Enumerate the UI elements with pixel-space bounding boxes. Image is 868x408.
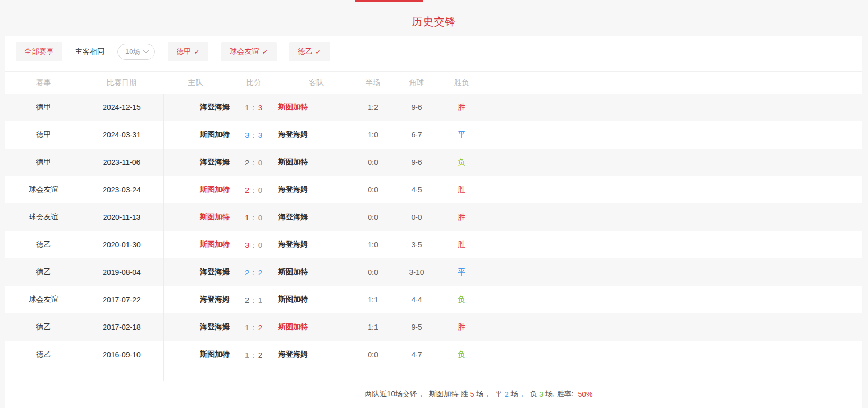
table-row: 德乙 2016-09-10 斯图加特 1 : 2 海登海姆 0:0 4-7 负 bbox=[5, 341, 862, 368]
header-away: 客队 bbox=[275, 78, 354, 88]
cell-result: 平 bbox=[442, 267, 481, 277]
league-toggle-club-friendly[interactable]: 球会友谊 ✓ bbox=[221, 42, 277, 61]
cell-result: 胜 bbox=[442, 322, 481, 332]
home-away-same-label: 主客相同 bbox=[75, 47, 105, 55]
cell-date: 2019-08-04 bbox=[82, 268, 161, 276]
cell-corners: 3-10 bbox=[391, 268, 442, 276]
summary-segment: 场， 平 bbox=[474, 390, 505, 399]
cell-score: 1 : 2 bbox=[233, 323, 275, 332]
cell-home-team: 海登海姆 bbox=[161, 157, 233, 167]
league-toggle-bundesliga[interactable]: 德甲 ✓ bbox=[168, 42, 208, 61]
match-count-value: 10场 bbox=[125, 47, 140, 57]
cell-score: 1 : 3 bbox=[233, 103, 275, 112]
filter-bar: 全部赛事 主客相同 10场 德甲 ✓ 球会友谊 ✓ 德乙 ✓ bbox=[16, 42, 330, 61]
page-title: 历史交锋 bbox=[0, 15, 868, 29]
match-count-select[interactable]: 10场 bbox=[117, 44, 155, 60]
cell-league: 德甲 bbox=[5, 157, 82, 167]
cell-score: 3 : 0 bbox=[233, 240, 275, 249]
cell-away-team: 海登海姆 bbox=[275, 212, 354, 222]
cell-date: 2017-02-18 bbox=[82, 323, 161, 331]
cell-date: 2023-03-24 bbox=[82, 186, 161, 194]
away-score: 2 bbox=[258, 350, 263, 359]
cell-halftime: 0:0 bbox=[354, 350, 391, 359]
home-score: 2 bbox=[245, 186, 250, 194]
cell-halftime: 1:0 bbox=[354, 240, 391, 249]
cell-away-team: 斯图加特 bbox=[275, 322, 354, 332]
table-row: 德甲 2024-12-15 海登海姆 1 : 3 斯图加特 1:2 9-6 胜 bbox=[5, 94, 862, 121]
home-score: 3 bbox=[245, 131, 250, 140]
cell-away-team: 斯图加特 bbox=[275, 295, 354, 304]
league-toggle-bundesliga2[interactable]: 德乙 ✓ bbox=[289, 42, 330, 61]
home-score: 2 bbox=[245, 158, 250, 167]
home-away-same-button[interactable]: 主客相同 bbox=[75, 47, 105, 57]
away-score: 3 bbox=[258, 103, 263, 112]
all-matches-button[interactable]: 全部赛事 bbox=[16, 42, 62, 61]
cell-score: 2 : 0 bbox=[233, 186, 275, 194]
table-row: 德乙 2017-02-18 海登海姆 1 : 2 斯图加特 1:1 9-5 胜 bbox=[5, 313, 862, 341]
home-score: 2 bbox=[245, 295, 250, 304]
cell-home-team: 斯图加特 bbox=[161, 350, 233, 359]
home-score: 1 bbox=[245, 323, 250, 332]
league-toggle-label: 德甲 bbox=[176, 47, 191, 57]
summary-segment: 场, 胜率: bbox=[543, 390, 578, 399]
cell-corners: 4-4 bbox=[391, 295, 442, 304]
score-colon: : bbox=[250, 295, 258, 304]
cell-score: 2 : 1 bbox=[233, 295, 275, 304]
cell-halftime: 0:0 bbox=[354, 268, 391, 276]
home-score: 2 bbox=[245, 268, 250, 277]
summary-bar: 两队近10场交锋， 斯图加特 胜 5 场， 平 2 场， 负 3 场, 胜率: … bbox=[5, 381, 862, 407]
away-score: 0 bbox=[258, 240, 263, 249]
cell-corners: 3-5 bbox=[391, 240, 442, 249]
cell-away-team: 海登海姆 bbox=[275, 185, 354, 194]
cell-corners: 9-5 bbox=[391, 323, 442, 331]
score-colon: : bbox=[250, 103, 258, 112]
cell-league: 球会友谊 bbox=[5, 295, 82, 304]
league-toggle-label: 德乙 bbox=[298, 47, 313, 57]
history-card: 全部赛事 主客相同 10场 德甲 ✓ 球会友谊 ✓ 德乙 ✓ 赛事 比赛日期 主… bbox=[5, 36, 862, 408]
cell-home-team: 斯图加特 bbox=[161, 212, 233, 222]
cell-result: 胜 bbox=[442, 185, 481, 195]
header-score: 比分 bbox=[233, 78, 275, 88]
cell-home-team: 斯图加特 bbox=[161, 130, 233, 140]
check-icon: ✓ bbox=[262, 48, 268, 56]
cell-home-team: 海登海姆 bbox=[161, 103, 233, 112]
cell-score: 3 : 3 bbox=[233, 131, 275, 140]
table-row: 球会友谊 2017-07-22 海登海姆 2 : 1 斯图加特 1:1 4-4 … bbox=[5, 286, 862, 313]
summary-segment: 2 bbox=[505, 390, 509, 398]
cell-halftime: 1:2 bbox=[354, 103, 391, 112]
cell-league: 球会友谊 bbox=[5, 212, 82, 222]
cell-date: 2017-07-22 bbox=[82, 295, 161, 304]
cell-corners: 9-6 bbox=[391, 103, 442, 112]
header-league: 赛事 bbox=[5, 78, 82, 88]
cell-league: 德乙 bbox=[5, 240, 82, 249]
league-toggle-label: 球会友谊 bbox=[230, 47, 259, 57]
card-bottom-divider bbox=[5, 406, 862, 406]
summary-segment: 5 bbox=[470, 390, 474, 398]
cell-score: 1 : 0 bbox=[233, 213, 275, 222]
table-row: 球会友谊 2023-03-24 斯图加特 2 : 0 海登海姆 0:0 4-5 … bbox=[5, 176, 862, 203]
cell-league: 德乙 bbox=[5, 350, 82, 359]
away-score: 0 bbox=[258, 158, 263, 167]
home-score: 1 bbox=[245, 350, 250, 359]
cell-away-team: 海登海姆 bbox=[275, 350, 354, 359]
cell-away-team: 海登海姆 bbox=[275, 240, 354, 249]
cell-home-team: 斯图加特 bbox=[161, 240, 233, 249]
score-colon: : bbox=[250, 131, 258, 140]
home-score: 1 bbox=[245, 103, 250, 112]
score-colon: : bbox=[250, 323, 258, 332]
chevron-down-icon bbox=[143, 48, 149, 53]
cell-home-team: 海登海姆 bbox=[161, 322, 233, 332]
check-icon: ✓ bbox=[315, 48, 322, 56]
active-tab-indicator bbox=[355, 0, 423, 2]
cell-league: 德甲 bbox=[5, 130, 82, 140]
score-colon: : bbox=[250, 240, 258, 249]
home-score: 3 bbox=[245, 240, 250, 249]
table-row: 德乙 2020-01-30 斯图加特 3 : 0 海登海姆 1:0 3-5 胜 bbox=[5, 231, 862, 258]
score-colon: : bbox=[250, 186, 258, 194]
all-matches-label: 全部赛事 bbox=[24, 47, 54, 57]
summary-segment: 场， 负 bbox=[509, 390, 540, 399]
cell-score: 1 : 2 bbox=[233, 350, 275, 359]
summary-segment: 两队近10场交锋， 斯图加特 胜 bbox=[364, 390, 470, 399]
cell-date: 2024-03-31 bbox=[82, 131, 161, 139]
cell-league: 德甲 bbox=[5, 103, 82, 112]
